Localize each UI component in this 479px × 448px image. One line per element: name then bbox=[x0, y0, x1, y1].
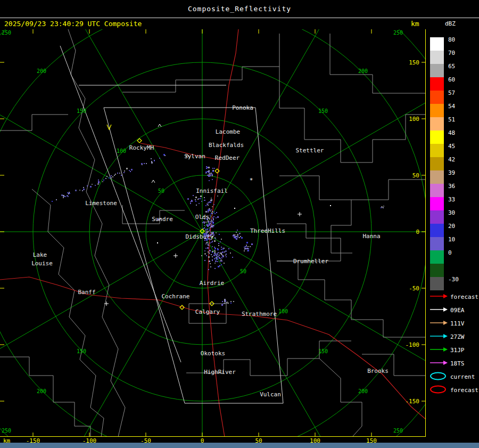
ring-distance-label: 50 bbox=[240, 268, 246, 274]
colorbar-swatch bbox=[430, 64, 444, 77]
km-unit-top: km bbox=[411, 20, 419, 28]
legend-item: forecast bbox=[429, 384, 479, 397]
dot-marker-icon bbox=[330, 205, 331, 206]
city-label: Olds bbox=[195, 214, 210, 221]
city-label: Lake bbox=[33, 251, 47, 258]
colorbar-block: 48 bbox=[429, 131, 479, 144]
right-axis-label: 100 bbox=[409, 116, 419, 123]
boundary-line bbox=[32, 189, 104, 437]
colorbar-block: 45 bbox=[429, 144, 479, 157]
city-label: Sundre bbox=[152, 216, 173, 223]
colorbar-scale: 807065605754514845423936333020100-30 bbox=[429, 37, 479, 290]
city-label: ThreeHills bbox=[250, 227, 285, 234]
titlebar: Composite_Reflectivity bbox=[0, 0, 479, 18]
colorbar-title: dBZ bbox=[445, 20, 479, 27]
city-label: RedDeer bbox=[215, 154, 240, 161]
colorbar-block: 0 bbox=[429, 250, 479, 264]
legend-item: 09EA bbox=[429, 304, 479, 317]
colorbar-value-label: 45 bbox=[448, 143, 455, 150]
colorbar-swatch bbox=[430, 144, 444, 157]
colorbar-value-label: 39 bbox=[448, 169, 455, 176]
ring-distance-label: 150 bbox=[318, 348, 328, 354]
colorbar-block: 57 bbox=[429, 91, 479, 104]
city-label: Blackfalds bbox=[209, 142, 244, 149]
colorbar-value-label: 20 bbox=[448, 223, 455, 230]
colorbar-block: 39 bbox=[429, 170, 479, 184]
right-axis-label: 0 bbox=[416, 229, 419, 235]
legend-item: 18TS bbox=[429, 357, 479, 370]
colorbar-value-label: 36 bbox=[448, 183, 455, 190]
legend-arrow-icon bbox=[429, 359, 449, 369]
city-label: Strathmore bbox=[242, 311, 277, 317]
city-label: Hanna bbox=[362, 233, 380, 240]
legend-ellipse-icon bbox=[429, 385, 449, 396]
legend-label: 111V bbox=[450, 320, 465, 327]
infobar: 2025/09/23 23:40:29 UTC Composite km bbox=[0, 18, 479, 29]
city-label: HighRiver bbox=[204, 369, 236, 376]
city-label: Drumheller bbox=[293, 258, 329, 265]
colorbar-block: 70 bbox=[429, 51, 479, 64]
window-title: Composite_Reflectivity bbox=[188, 5, 291, 13]
ring-distance-label: 100 bbox=[117, 148, 126, 154]
city-label: Stettler bbox=[296, 147, 324, 154]
colorbar-block: 51 bbox=[429, 117, 479, 131]
city-label: Louise bbox=[31, 260, 53, 267]
timestamp: 2025/09/23 23:40:29 UTC Composite bbox=[4, 20, 142, 28]
colorbar-swatch bbox=[430, 117, 444, 131]
legend-label: 27ZW bbox=[450, 333, 465, 340]
boundary-line bbox=[0, 357, 90, 437]
city-label: Cochrane bbox=[162, 293, 190, 300]
coverage-edge bbox=[60, 46, 181, 362]
colorbar-value-label: 33 bbox=[448, 196, 455, 203]
legend-label: forecast bbox=[450, 387, 478, 394]
ring-distance-label: 250 bbox=[393, 30, 403, 36]
colorbar-swatch bbox=[430, 237, 444, 250]
colorbar-swatch bbox=[430, 210, 444, 224]
legend: forecast09EA111V27ZW31JP18TScurrentforec… bbox=[429, 290, 479, 397]
colorbar-block: 65 bbox=[429, 64, 479, 77]
city-label: Airdrie bbox=[200, 280, 224, 287]
city-label: Calgary bbox=[195, 308, 220, 315]
statusbar-scroll-strip[interactable] bbox=[0, 443, 479, 448]
colorbar-block: 33 bbox=[429, 197, 479, 210]
colorbar-value-label: 60 bbox=[448, 76, 455, 83]
city-label: Brooks bbox=[367, 368, 389, 374]
right-axis-label: -150 bbox=[406, 398, 420, 405]
boundary-line bbox=[0, 115, 68, 131]
city-label: Okotoks bbox=[201, 350, 225, 357]
legend-arrow-icon bbox=[429, 292, 449, 302]
ring-distance-label: 200 bbox=[37, 68, 46, 74]
legend-arrow-icon bbox=[429, 345, 449, 355]
colorbar-swatch bbox=[430, 170, 444, 184]
radar-map[interactable]: 5050100100150150150150200200200200250250… bbox=[0, 29, 426, 445]
legend-item: current bbox=[429, 370, 479, 384]
city-label: Ponoka bbox=[232, 104, 253, 111]
boundary-line bbox=[279, 34, 426, 162]
colorbar-swatch bbox=[430, 37, 444, 51]
ring-distance-label: 150 bbox=[318, 108, 328, 114]
colorbar-swatch bbox=[430, 264, 444, 277]
dot-marker-icon bbox=[234, 208, 235, 209]
legend-arrow-icon bbox=[429, 332, 449, 342]
colorbar-block: 60 bbox=[429, 77, 479, 91]
colorbar-value-label: 80 bbox=[448, 36, 455, 43]
boundary-line bbox=[277, 261, 426, 337]
colorbar-swatch bbox=[430, 77, 444, 91]
colorbar: dBZ 807065605754514845423936333020100-30 bbox=[429, 20, 479, 27]
legend-label: forecast bbox=[450, 294, 478, 300]
colorbar-value-label: 48 bbox=[448, 129, 455, 136]
legend-label: current bbox=[450, 373, 475, 380]
legend-arrow-icon bbox=[429, 305, 449, 315]
city-label: Innisfail bbox=[196, 188, 228, 194]
boundary-line bbox=[279, 176, 352, 253]
colorbar-value-label: 30 bbox=[448, 209, 455, 216]
caret-marker-icon bbox=[152, 180, 155, 183]
city-label: RockyMH bbox=[129, 144, 154, 151]
legend-ellipse-icon bbox=[429, 372, 449, 382]
colorbar-value-label: 42 bbox=[448, 156, 455, 163]
boundary-line bbox=[351, 180, 426, 200]
colorbar-swatch bbox=[430, 277, 444, 290]
colorbar-swatch bbox=[430, 250, 444, 264]
colorbar-value-label: 54 bbox=[448, 103, 455, 110]
right-axis-label: -100 bbox=[406, 341, 420, 348]
